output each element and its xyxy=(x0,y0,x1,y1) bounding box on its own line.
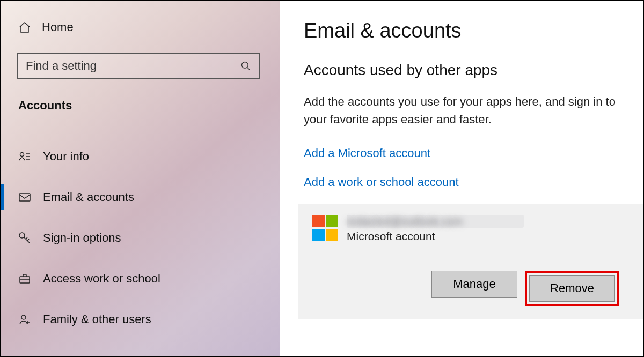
sidebar-item-email-accounts[interactable]: Email & accounts xyxy=(17,182,264,212)
sidebar-item-access-work-school[interactable]: Access work or school xyxy=(17,264,264,294)
home-nav[interactable]: Home xyxy=(18,20,264,34)
home-label: Home xyxy=(42,20,74,34)
person-add-icon xyxy=(18,313,31,326)
search-input[interactable] xyxy=(17,53,260,79)
add-work-school-account-link[interactable]: Add a work or school account xyxy=(304,175,619,189)
sidebar-item-label: Email & accounts xyxy=(43,190,134,204)
manage-button[interactable]: Manage xyxy=(431,271,517,298)
microsoft-logo-icon xyxy=(312,215,338,241)
search-field[interactable] xyxy=(26,59,240,73)
section-header: Accounts xyxy=(18,99,264,113)
mail-icon xyxy=(18,191,31,204)
svg-point-2 xyxy=(20,153,24,157)
account-card[interactable]: redacted@outlook.com Microsoft account M… xyxy=(298,204,643,319)
sidebar-item-label: Family & other users xyxy=(43,313,151,326)
page-title: Email & accounts xyxy=(304,19,619,42)
remove-highlight: Remove xyxy=(525,271,619,306)
svg-rect-6 xyxy=(19,194,30,201)
svg-point-10 xyxy=(21,315,26,319)
briefcase-icon xyxy=(18,272,31,285)
svg-rect-8 xyxy=(20,277,30,283)
remove-button[interactable]: Remove xyxy=(529,275,615,302)
section-title: Accounts used by other apps xyxy=(304,62,619,79)
key-icon xyxy=(18,232,31,244)
main-content: Email & accounts Accounts used by other … xyxy=(280,1,643,356)
add-microsoft-account-link[interactable]: Add a Microsoft account xyxy=(304,146,619,160)
sidebar-item-family-other-users[interactable]: Family & other users xyxy=(17,304,264,334)
sidebar-item-label: Sign-in options xyxy=(43,231,121,245)
settings-sidebar: Home Accounts Your info Email & accounts… xyxy=(1,1,280,356)
sidebar-item-your-info[interactable]: Your info xyxy=(17,142,264,172)
sidebar-item-sign-in-options[interactable]: Sign-in options xyxy=(17,223,264,253)
home-icon xyxy=(18,21,31,34)
account-type: Microsoft account xyxy=(347,230,524,243)
sidebar-item-label: Your info xyxy=(43,150,89,163)
account-email: redacted@outlook.com xyxy=(347,215,524,228)
person-card-icon xyxy=(18,150,31,163)
sidebar-item-label: Access work or school xyxy=(43,272,160,286)
svg-point-0 xyxy=(242,62,248,69)
search-icon xyxy=(240,61,251,71)
svg-line-1 xyxy=(247,68,250,70)
section-description: Add the accounts you use for your apps h… xyxy=(304,93,619,128)
